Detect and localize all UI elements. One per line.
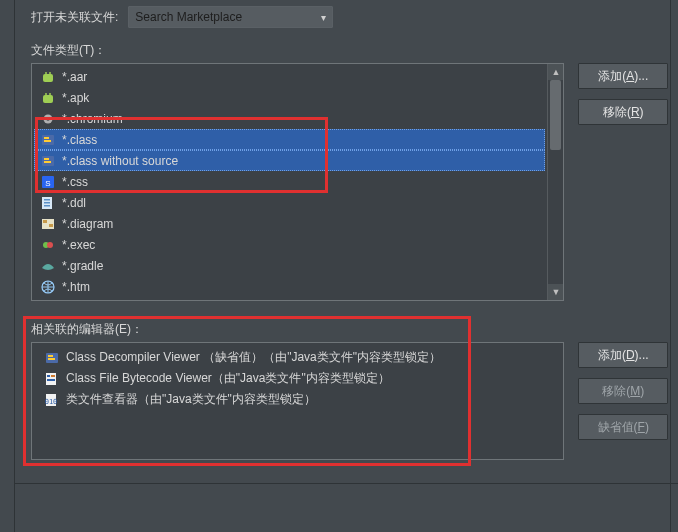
filetype-ext: *.ddl: [62, 196, 86, 210]
filetype-ext: *.exec: [62, 238, 95, 252]
filetype-ext: *.class without source: [62, 154, 178, 168]
filetype-ext: *.aar: [62, 70, 87, 84]
filetypes-scrollbar[interactable]: ▲ ▼: [547, 64, 563, 300]
editor-name: Class Decompiler Viewer （缺省值）（由"Java类文件"…: [66, 349, 441, 366]
filetypes-remove-button[interactable]: 移除(R): [578, 99, 668, 125]
android-icon: [40, 69, 56, 85]
filetype-ext: *.apk: [62, 91, 89, 105]
diagram-icon: [40, 216, 56, 232]
scroll-thumb[interactable]: [550, 80, 561, 150]
panel-divider: [15, 483, 678, 484]
globe-icon: [40, 279, 56, 295]
class-icon: [40, 132, 56, 148]
editor-item[interactable]: 类文件查看器（由"Java类文件"内容类型锁定）: [34, 389, 561, 410]
editor-item[interactable]: Class File Bytecode Viewer（由"Java类文件"内容类…: [34, 368, 561, 389]
gear-icon: [40, 111, 56, 127]
scroll-down-icon[interactable]: ▼: [548, 284, 563, 300]
open-unassociated-label: 打开未关联文件:: [31, 9, 118, 26]
open-unassociated-combo[interactable]: Search Marketplace ▾: [128, 6, 333, 28]
filetype-item[interactable]: *.aar: [34, 66, 545, 87]
filetype-item[interactable]: *.class: [34, 129, 545, 150]
editor-name: Class File Bytecode Viewer（由"Java类文件"内容类…: [66, 370, 390, 387]
editor-item[interactable]: Class Decompiler Viewer （缺省值）（由"Java类文件"…: [34, 347, 561, 368]
editors-row: Class Decompiler Viewer （缺省值）（由"Java类文件"…: [31, 342, 668, 460]
filetypes-scroll: *.aar*.apk*.chromium*.class*.class witho…: [32, 64, 547, 300]
filetype-item[interactable]: *.exec: [34, 234, 545, 255]
filetypes-add-button[interactable]: 添加(A)...: [578, 63, 668, 89]
chevron-down-icon: ▾: [321, 12, 326, 23]
editors-add-button[interactable]: 添加(D)...: [578, 342, 668, 368]
filetypes-buttons: 添加(A)... 移除(R): [578, 63, 668, 125]
filetype-ext: *.diagram: [62, 217, 113, 231]
filetype-ext: *.css: [62, 175, 88, 189]
bytecode-icon: [44, 371, 60, 387]
sql-icon: [40, 195, 56, 211]
editor-name: 类文件查看器（由"Java类文件"内容类型锁定）: [66, 391, 316, 408]
css-icon: [40, 174, 56, 190]
editors-label: 相关联的编辑器(E)：: [31, 321, 668, 338]
filetype-item[interactable]: *.apk: [34, 87, 545, 108]
preferences-panel: 打开未关联文件: Search Marketplace ▾ 文件类型(T)： *…: [14, 0, 678, 532]
editors-list[interactable]: Class Decompiler Viewer （缺省值）（由"Java类文件"…: [31, 342, 564, 460]
editors-buttons: 添加(D)... 移除(M) 缺省值(F): [578, 342, 668, 440]
gradle-icon: [40, 258, 56, 274]
filetypes-label: 文件类型(T)：: [31, 42, 668, 59]
editors-remove-button[interactable]: 移除(M): [578, 378, 668, 404]
scroll-up-icon[interactable]: ▲: [548, 64, 563, 80]
filetype-item[interactable]: *.css: [34, 171, 545, 192]
filetype-item[interactable]: *.class without source: [34, 150, 545, 171]
editors-default-button[interactable]: 缺省值(F): [578, 414, 668, 440]
class-icon: [44, 350, 60, 366]
filetype-item[interactable]: *.gradle: [34, 255, 545, 276]
filetype-item[interactable]: *.diagram: [34, 213, 545, 234]
filetype-item[interactable]: *.htm: [34, 276, 545, 297]
filetypes-row: *.aar*.apk*.chromium*.class*.class witho…: [31, 63, 668, 301]
filetype-item[interactable]: *.ddl: [34, 192, 545, 213]
right-edge: [670, 0, 678, 532]
filetype-ext: *.chromium: [62, 112, 123, 126]
filetypes-list[interactable]: *.aar*.apk*.chromium*.class*.class witho…: [31, 63, 564, 301]
android-icon: [40, 90, 56, 106]
filetype-ext: *.class: [62, 133, 97, 147]
scroll-track[interactable]: [548, 80, 563, 284]
binary-icon: [44, 392, 60, 408]
filetype-ext: *.gradle: [62, 259, 103, 273]
filetype-ext: *.htm: [62, 280, 90, 294]
combo-value: Search Marketplace: [135, 10, 242, 24]
class-icon: [40, 153, 56, 169]
exec-icon: [40, 237, 56, 253]
open-unassociated-row: 打开未关联文件: Search Marketplace ▾: [31, 6, 668, 28]
filetype-item[interactable]: *.chromium: [34, 108, 545, 129]
